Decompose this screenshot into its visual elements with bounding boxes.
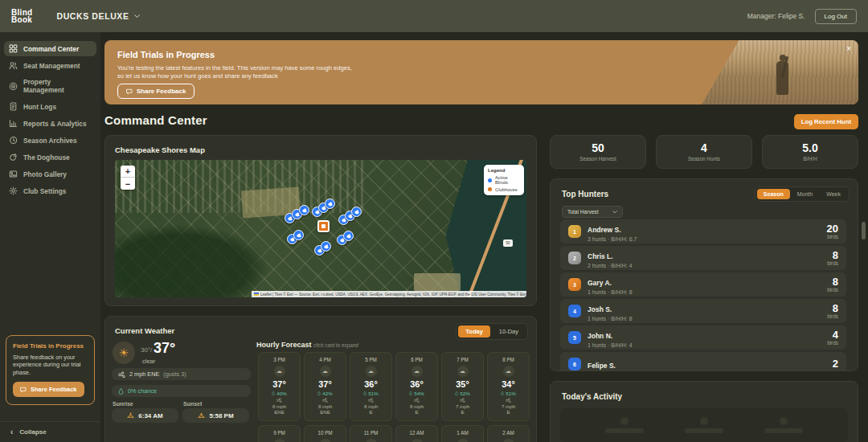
document-icon bbox=[9, 102, 18, 111]
share-feedback-button[interactable]: Share Feedback bbox=[13, 382, 84, 397]
satellite-map[interactable]: 50 + − Legend Active Blinds Clubhouse bbox=[115, 160, 526, 297]
sidebar-item-club-settings[interactable]: Club Settings bbox=[4, 183, 96, 198]
blind-marker[interactable] bbox=[299, 205, 309, 215]
duck-icon bbox=[327, 201, 333, 207]
blue-dot-icon bbox=[488, 178, 492, 182]
sidebar-nav: Command Center Seat Management Property … bbox=[0, 32, 100, 198]
blind-marker[interactable] bbox=[343, 231, 354, 241]
sidebar-item-command-center[interactable]: Command Center bbox=[4, 41, 96, 56]
blind-marker[interactable] bbox=[321, 241, 331, 252]
cloud-icon: ☁ bbox=[503, 366, 514, 377]
sidebar-item-seat-management[interactable]: Seat Management bbox=[4, 58, 96, 73]
hour-card-7pm[interactable]: 7 PM ☁ 35° 52% 7 mph E bbox=[441, 352, 484, 421]
collapse-button[interactable]: ‹ Collapse bbox=[0, 421, 100, 442]
close-icon[interactable]: × bbox=[846, 44, 851, 53]
sidebar-item-reports-analytics[interactable]: Reports & Analytics bbox=[4, 116, 96, 131]
banner-title: Field Trials in Progress bbox=[117, 50, 215, 59]
tab-month[interactable]: Month bbox=[791, 189, 819, 199]
activity-ghost-item bbox=[685, 417, 723, 433]
droplet-icon bbox=[272, 391, 275, 395]
hour-card-11pm[interactable]: 11 PM☁ bbox=[350, 425, 392, 442]
banner-line-1: You're testing the latest features in th… bbox=[117, 64, 352, 72]
logo-line-2: Book bbox=[11, 16, 33, 23]
rank-badge: 3 bbox=[568, 278, 581, 291]
zoom-out-button[interactable]: − bbox=[121, 178, 135, 190]
hour-card-2am[interactable]: 2 AM☁ bbox=[487, 425, 530, 442]
hour-card-8pm[interactable]: 8 PM ☁ 34° 51% 7 mph E bbox=[487, 352, 530, 421]
blind-marker[interactable] bbox=[351, 207, 362, 217]
banner-share-feedback-button[interactable]: Share Feedback bbox=[117, 84, 194, 99]
precip-pill: 0% chance bbox=[112, 385, 251, 397]
sidebar: Command Center Seat Management Property … bbox=[0, 32, 100, 442]
weather-range-toggle: Today 10-Day bbox=[456, 323, 528, 340]
wind-icon bbox=[118, 371, 125, 378]
bar-chart-icon bbox=[9, 119, 18, 128]
sidebar-item-label: Property Management bbox=[23, 78, 92, 94]
blind-marker[interactable] bbox=[293, 230, 304, 240]
club-selector[interactable]: DUCKS DELUXE bbox=[57, 11, 140, 21]
chevron-left-icon: ‹ bbox=[10, 429, 13, 436]
hunter-row-4[interactable]: 4 Josh S.1 hunts · B/H/H: 8 8birds bbox=[560, 299, 846, 323]
tab-season[interactable]: Season bbox=[757, 189, 790, 199]
hour-card-3pm[interactable]: 3 PM ☁ 37° 40% 8 mph ENE bbox=[258, 352, 301, 421]
droplet-icon bbox=[118, 388, 124, 395]
sidebar-item-property-management[interactable]: Property Management bbox=[4, 75, 96, 97]
sidebar-trial-card: Field Trials in Progress Share feedback … bbox=[6, 335, 95, 406]
zoom-in-button[interactable]: + bbox=[121, 166, 135, 178]
page-scrollbar-thumb[interactable] bbox=[862, 222, 866, 239]
duck-icon bbox=[323, 244, 329, 249]
tab-week[interactable]: Week bbox=[820, 189, 847, 199]
hour-card-9pm[interactable]: 9 PM☁ bbox=[258, 425, 301, 442]
wind-icon bbox=[322, 398, 328, 403]
droplet-icon bbox=[317, 391, 321, 395]
hunter-row-3[interactable]: 3 Gary A.1 hunts · B/H/H: 8 8birds bbox=[560, 272, 846, 297]
sidebar-item-photo-gallery[interactable]: Photo Gallery bbox=[4, 166, 96, 182]
cloud-icon: ☁ bbox=[320, 366, 331, 377]
droplet-icon bbox=[409, 391, 412, 395]
weather-card-title: Current Weather bbox=[115, 326, 174, 335]
hour-card-4pm[interactable]: 4 PM ☁ 37° 42% 8 mph ENE bbox=[304, 352, 346, 421]
target-icon bbox=[9, 82, 18, 91]
duck-icon bbox=[296, 232, 301, 238]
wind-icon bbox=[460, 398, 465, 403]
log-recent-hunt-button[interactable]: Log Recent Hunt bbox=[794, 114, 858, 129]
hour-card-12am[interactable]: 12 AM☁ bbox=[395, 425, 438, 442]
hour-card-1am[interactable]: 1 AM☁ bbox=[441, 425, 484, 442]
sidebar-item-season-archives[interactable]: Season Archives bbox=[4, 133, 96, 148]
hunter-row-5[interactable]: 5 John N.1 hunts · B/H/H: 4 4birds bbox=[560, 325, 846, 350]
map-legend: Legend Active Blinds Clubhouse bbox=[484, 165, 524, 195]
cloud-icon: ☁ bbox=[366, 366, 377, 377]
cloud-icon: ☁ bbox=[457, 366, 469, 377]
hour-card-5pm[interactable]: 5 PM ☁ 36° 51% 8 mph E bbox=[350, 352, 392, 421]
route-50-shield: 50 bbox=[503, 239, 513, 247]
today-tab[interactable]: Today bbox=[458, 325, 490, 338]
rank-badge: 5 bbox=[568, 331, 581, 344]
weather-temp: 37° bbox=[154, 340, 175, 357]
hour-card-6pm[interactable]: 6 PM ☁ 36° 54% 8 mph E bbox=[395, 352, 438, 421]
sidebar-item-hunt-logs[interactable]: Hunt Logs bbox=[4, 99, 96, 114]
speech-bubble-icon bbox=[126, 88, 133, 95]
clubhouse-marker[interactable] bbox=[317, 220, 330, 232]
cloud-icon: ☁ bbox=[503, 439, 514, 442]
hunter-row-6[interactable]: 6 Felipe S. 2 bbox=[560, 352, 846, 371]
ten-day-tab[interactable]: 10-Day bbox=[492, 325, 526, 338]
todays-activity-title: Today's Activity bbox=[562, 392, 622, 401]
harvest-filter-select[interactable]: Total Harvest bbox=[562, 206, 623, 218]
precip-value: 0% chance bbox=[128, 387, 157, 395]
wind-value: 2 mph ENE bbox=[129, 370, 159, 378]
orange-dot-icon bbox=[488, 187, 492, 191]
sidebar-item-the-doghouse[interactable]: The Doghouse bbox=[4, 149, 96, 165]
legend-item-clubhouse: Clubhouse bbox=[488, 187, 520, 192]
hunter-row-2[interactable]: 2 Chris L.2 hunts · B/H/H: 4 8birds bbox=[560, 246, 846, 270]
cloud-icon: ☁ bbox=[274, 366, 285, 377]
logout-button[interactable]: Log Out bbox=[815, 9, 857, 24]
sidebar-item-label: The Doghouse bbox=[23, 153, 70, 162]
stat-season-harvest: 50 Season Harvest bbox=[550, 135, 646, 169]
hunter-row-1[interactable]: 1 Andrew S.3 hunts · B/H/H: 6.7 20birds bbox=[560, 219, 846, 244]
chevron-down-icon bbox=[612, 211, 617, 214]
hourly-forecast-row-2: 9 PM☁ 10 PM☁ 11 PM☁ 12 AM☁ 1 AM☁ 2 AM☁ bbox=[258, 425, 530, 442]
blind-marker[interactable] bbox=[325, 198, 335, 209]
grid-icon bbox=[9, 44, 18, 53]
hour-card-10pm[interactable]: 10 PM☁ bbox=[304, 425, 346, 442]
sunset-label: Sunset bbox=[183, 401, 202, 407]
